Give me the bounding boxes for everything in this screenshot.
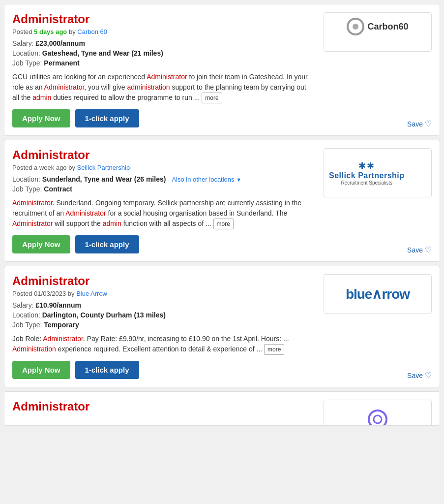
job-logo-1: Carbon60 <box>324 12 432 52</box>
posted-prefix-3: Posted <box>12 290 34 297</box>
jobtype-label-1: Job Type: <box>12 59 42 67</box>
heart-icon-3: ♡ <box>425 371 432 380</box>
job-actions-1: Apply Now 1-click apply <box>12 109 314 127</box>
job-card-4: Administrator <box>4 391 440 426</box>
more-link-2[interactable]: more <box>213 219 234 229</box>
highlight-7: Administrator <box>12 220 53 227</box>
job-location-2: Location: Sunderland, Tyne and Wear (26 … <box>12 175 314 183</box>
highlight-5: Administrator <box>12 199 53 207</box>
job-logo-3: blue∧rrow <box>324 274 432 314</box>
job-title-3: Administrator <box>12 274 314 288</box>
carbon60-logo: Carbon60 <box>347 18 408 35</box>
save-label-3: Save <box>407 372 423 379</box>
job-salary-1: Salary: £23,000/annum <box>12 39 314 47</box>
more-link-3[interactable]: more <box>264 344 284 355</box>
job-main-3: Administrator Posted 01/03/2023 by Blue … <box>12 274 324 379</box>
location-value-2: Sunderland, Tyne and Wear (26 miles) <box>42 175 166 183</box>
posted-by-2: by <box>68 164 77 171</box>
salary-label-1: Salary: <box>12 39 34 47</box>
save-link-1[interactable]: Save ♡ <box>407 119 432 128</box>
job-description-3: Job Role: Administrator. Pay Rate: £9.90… <box>12 334 314 355</box>
location-label-3: Location: <box>12 311 40 319</box>
job-location-1: Location: Gateshead, Tyne and Wear (21 m… <box>12 49 314 57</box>
job-main-1: Administrator Posted 5 days ago by Carbo… <box>12 12 324 127</box>
job-card-2: Administrator Posted a week ago by Selli… <box>4 140 440 262</box>
location-label-1: Location: <box>12 49 40 57</box>
job-posted-3: Posted 01/03/2023 by Blue Arrow <box>12 290 314 297</box>
save-label-2: Save <box>407 246 423 254</box>
salary-value-3: £10.90/annum <box>35 301 81 309</box>
apply-button-2[interactable]: Apply Now <box>12 235 70 253</box>
job-description-1: GCU utilities are looking for an experie… <box>12 72 314 103</box>
partial-logo-icon <box>368 410 387 426</box>
posted-time-3: 01/03/2023 <box>34 290 66 297</box>
apply-button-1[interactable]: Apply Now <box>12 109 70 127</box>
carbon60-icon <box>347 18 364 35</box>
save-label-1: Save <box>407 120 423 128</box>
job-actions-3: Apply Now 1-click apply <box>12 361 314 379</box>
location-value-1: Gateshead, Tyne and Wear (21 miles) <box>42 49 163 57</box>
carbon60-text: Carbon60 <box>367 22 408 32</box>
svg-point-1 <box>374 415 382 423</box>
job-actions-2: Apply Now 1-click apply <box>12 235 314 253</box>
jobtype-label-3: Job Type: <box>12 321 42 329</box>
jobtype-value-3: Temporary <box>44 321 79 329</box>
carbon60-inner <box>353 24 358 30</box>
highlight-6: Administrator <box>65 209 106 217</box>
more-link-1[interactable]: more <box>202 93 222 103</box>
posted-by-1: by <box>69 28 77 35</box>
job-posted-1: Posted 5 days ago by Carbon 60 <box>12 28 314 35</box>
job-title-2: Administrator <box>12 148 314 162</box>
job-title-4: Administrator <box>12 400 314 413</box>
posted-time-2: a week ago <box>34 164 67 171</box>
job-card-3: Administrator Posted 01/03/2023 by Blue … <box>4 266 440 387</box>
job-posted-2: Posted a week ago by Sellick Partnership <box>12 164 314 171</box>
salary-value-1: £23,000/annum <box>35 39 85 47</box>
save-link-2[interactable]: Save ♡ <box>407 245 432 254</box>
highlight-1: Administrator <box>147 73 187 81</box>
location-label-2: Location: <box>12 175 40 183</box>
highlight-8: admin <box>103 220 121 227</box>
jobtype-value-2: Contract <box>44 185 72 193</box>
sellick-stars-icon: ✱✱ <box>358 160 375 171</box>
salary-label-3: Salary: <box>12 301 34 309</box>
job-logo-4 <box>324 400 432 426</box>
job-type-3: Job Type: Temporary <box>12 321 314 329</box>
highlight-4: admin <box>32 94 51 101</box>
oneclick-button-1[interactable]: 1-click apply <box>75 109 139 127</box>
save-link-3[interactable]: Save ♡ <box>407 371 432 380</box>
bluearrow-logo: blue∧rrow <box>346 286 410 302</box>
sellick-logo-text: Sellick Partnership <box>329 171 405 180</box>
highlight-2: Administrator <box>44 83 85 91</box>
heart-icon-2: ♡ <box>425 245 432 254</box>
bluearrow-arrow-icon: ∧ <box>372 286 382 302</box>
sellick-logo-sub: Recruitment Specialists <box>341 180 392 186</box>
job-type-1: Job Type: Permanent <box>12 59 314 67</box>
oneclick-button-3[interactable]: 1-click apply <box>75 361 139 379</box>
posted-company-1[interactable]: Carbon 60 <box>77 28 107 35</box>
posted-time-1: 5 days ago <box>34 28 67 35</box>
sellick-logo: ✱✱ Sellick Partnership Recruitment Speci… <box>329 160 405 186</box>
jobtype-value-1: Permanent <box>44 59 79 67</box>
apply-button-3[interactable]: Apply Now <box>12 361 70 379</box>
posted-prefix-1: Posted <box>12 28 34 35</box>
jobtype-label-2: Job Type: <box>12 185 42 193</box>
job-type-2: Job Type: Contract <box>12 185 314 193</box>
job-title-1: Administrator <box>12 12 314 26</box>
job-salary-3: Salary: £10.90/annum <box>12 301 314 309</box>
job-location-3: Location: Darlington, County Durham (13 … <box>12 311 314 319</box>
job-card-1: Administrator Posted 5 days ago by Carbo… <box>4 4 440 136</box>
highlight-9: Administrator <box>43 335 83 343</box>
posted-company-3[interactable]: Blue Arrow <box>76 290 107 297</box>
job-logo-2: ✱✱ Sellick Partnership Recruitment Speci… <box>324 148 432 197</box>
highlight-3: administration <box>127 83 170 91</box>
job-main-4: Administrator <box>12 400 324 417</box>
also-locations-link[interactable]: Also in other locations ▼ <box>172 176 241 183</box>
posted-company-2[interactable]: Sellick Partnership <box>77 164 130 171</box>
posted-prefix-2: Posted <box>12 164 34 171</box>
posted-by-3: by <box>68 290 76 297</box>
oneclick-button-2[interactable]: 1-click apply <box>75 235 139 253</box>
location-value-3: Darlington, County Durham (13 miles) <box>42 311 166 319</box>
heart-icon-1: ♡ <box>425 119 432 128</box>
also-arrow-icon: ▼ <box>236 177 241 183</box>
